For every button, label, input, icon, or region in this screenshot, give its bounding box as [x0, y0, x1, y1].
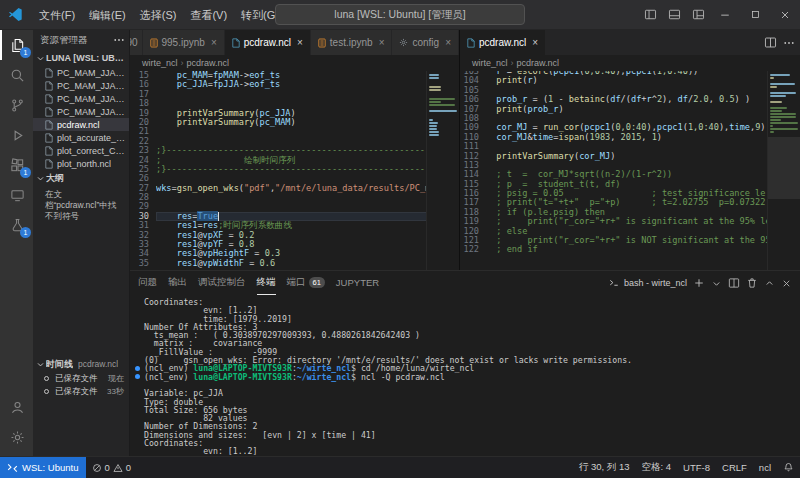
- split-terminal-icon[interactable]: [728, 277, 740, 289]
- command-decoration-icon[interactable]: [135, 366, 140, 371]
- breadcrumb-item[interactable]: pcdraw.ncl: [517, 58, 560, 68]
- error-count: 0: [105, 462, 110, 473]
- file-name: plot_correct_Chinama...: [57, 146, 129, 156]
- editor-tab[interactable]: config×: [392, 30, 459, 55]
- sidebar-spacer: [33, 225, 129, 356]
- close-icon[interactable]: ×: [211, 38, 217, 48]
- close-icon[interactable]: ×: [379, 38, 385, 48]
- code-line: print(r): [486, 76, 800, 85]
- maximize-button[interactable]: [740, 0, 770, 30]
- more-actions-icon[interactable]: [113, 34, 125, 46]
- timeline-item[interactable]: 已保存文件33秒: [33, 385, 129, 398]
- notebook-icon: [318, 38, 326, 48]
- menu-item[interactable]: 查看(V): [183, 0, 234, 30]
- code-editor-left[interactable]: 1516171819202122232425262728293031323334…: [130, 71, 459, 270]
- panel-tab[interactable]: 调试控制台: [198, 271, 246, 295]
- editor-tab[interactable]: pcdraw.ncl×: [460, 30, 546, 55]
- settings-icon: [10, 430, 25, 445]
- customize-layout-icon[interactable]: [686, 0, 710, 30]
- source-control-activity-item[interactable]: [0, 90, 33, 120]
- run-debug-activity-item[interactable]: [0, 120, 33, 150]
- notifications-bell[interactable]: [777, 462, 800, 473]
- file-row[interactable]: PC_MAM_JJA_scatter...: [33, 66, 129, 79]
- editor-tab[interactable]: 995.ipynb×: [143, 30, 225, 55]
- menu-item[interactable]: 选择(S): [133, 0, 184, 30]
- chevron-down-icon: [35, 174, 46, 183]
- file-row[interactable]: PC_MAM_JJA_scatter...: [33, 105, 129, 118]
- editor-tab[interactable]: 90: [130, 30, 143, 55]
- close-button[interactable]: [770, 0, 800, 30]
- split-editor-icon[interactable]: [764, 36, 777, 49]
- activity-bar-bottom: [0, 392, 33, 452]
- status-bar: WSL: Ubuntu 0 0 行 30, 列 13空格: 4UTF-8CRLF…: [0, 456, 800, 478]
- maximize-panel-icon[interactable]: [764, 278, 775, 289]
- close-icon[interactable]: ×: [445, 38, 451, 48]
- file-row[interactable]: plot_accurate_Beijing...: [33, 131, 129, 144]
- breadcrumb-item[interactable]: pcdraw.ncl: [187, 58, 230, 68]
- close-panel-icon[interactable]: [781, 278, 792, 289]
- extensions-activity-item[interactable]: 1: [0, 150, 33, 180]
- minimap-left[interactable]: [426, 71, 459, 270]
- breadcrumb-separator-icon: ›: [181, 58, 184, 68]
- terminal-dropdown-icon[interactable]: [711, 278, 722, 289]
- panel-tab[interactable]: 输出: [168, 271, 187, 295]
- test-activity-item[interactable]: 1: [0, 210, 33, 240]
- chevron-down-icon: [35, 54, 46, 63]
- code-editor-right[interactable]: 1031041051061071081091101111121131141151…: [460, 71, 800, 270]
- status-item[interactable]: UTF-8: [677, 461, 716, 474]
- panel-tab[interactable]: 终端: [257, 271, 276, 295]
- file-row[interactable]: PC_MAM_JJA_scatter...: [33, 92, 129, 105]
- menu-item[interactable]: 编辑(E): [82, 0, 133, 30]
- search-activity-item[interactable]: [0, 60, 33, 90]
- remote-explorer-activity-item[interactable]: [0, 180, 33, 210]
- panel-tab[interactable]: 问题: [138, 271, 157, 295]
- remote-indicator[interactable]: WSL: Ubuntu: [0, 457, 86, 478]
- problems-status[interactable]: 0 0: [86, 462, 138, 473]
- file-row[interactable]: PC_MAM_JJA_scatter...: [33, 79, 129, 92]
- more-actions-icon[interactable]: [783, 37, 795, 49]
- breadcrumb-item[interactable]: wirte_ncl: [472, 58, 508, 68]
- toggle-panel-icon[interactable]: [662, 0, 686, 30]
- editor-tab[interactable]: test.ipynb×: [311, 30, 393, 55]
- editor-group-left: 90995.ipynb×pcdraw.ncl×test.ipynb×config…: [130, 30, 460, 270]
- editor-tab[interactable]: pcdraw.ncl×: [225, 30, 311, 55]
- panel-tab-badge: 61: [309, 277, 325, 288]
- terminal-instance[interactable]: bash - wirte_ncl: [608, 277, 687, 289]
- status-item[interactable]: ncl: [753, 461, 777, 474]
- file-row[interactable]: pcdraw.ncl: [33, 118, 129, 131]
- breadcrumb-right: wirte_ncl›pcdraw.ncl: [460, 55, 800, 71]
- status-item[interactable]: 行 30, 列 13: [573, 461, 636, 474]
- file-row[interactable]: plot_north.ncl: [33, 157, 129, 170]
- timeline-section-header[interactable]: 时间线 pcdraw.ncl: [33, 356, 129, 372]
- explorer-activity-item[interactable]: 1: [0, 30, 33, 60]
- new-terminal-icon[interactable]: [693, 277, 705, 289]
- tab-label: config: [412, 37, 439, 48]
- terminal-output[interactable]: Coordinates: evn: [1..2] time: [1979..20…: [130, 295, 800, 456]
- remote-explorer-icon: [10, 188, 25, 203]
- status-item[interactable]: CRLF: [716, 461, 753, 474]
- file-row[interactable]: plot_correct_Chinama...: [33, 144, 129, 157]
- command-decoration-icon[interactable]: [135, 374, 140, 379]
- code-line: printVarSummary(pc_MAM): [156, 118, 459, 127]
- breadcrumb-item[interactable]: wirte_ncl: [142, 58, 178, 68]
- toggle-sidebar-icon[interactable]: [638, 0, 662, 30]
- minimap-slider[interactable]: [768, 137, 800, 199]
- command-center[interactable]: luna [WSL: Ubuntu] [管理员]: [275, 4, 525, 25]
- panel-tab[interactable]: JUPYTER: [336, 271, 379, 295]
- outline-section-header[interactable]: 大纲: [33, 170, 129, 186]
- chevron-down-icon: [35, 360, 46, 369]
- account-activity-item[interactable]: [0, 392, 33, 422]
- settings-activity-item[interactable]: [0, 422, 33, 452]
- minimap-right[interactable]: [767, 71, 800, 270]
- outline-empty-message: 在文档“pcdraw.ncl”中找不到符号: [33, 186, 129, 225]
- close-icon[interactable]: ×: [532, 38, 538, 48]
- timeline-item[interactable]: 已保存文件现在: [33, 372, 129, 385]
- menu-item[interactable]: 文件(F): [32, 0, 82, 30]
- minimize-button[interactable]: [710, 0, 740, 30]
- panel-tab[interactable]: 端口61: [287, 271, 325, 295]
- file-icon: [45, 107, 54, 117]
- status-item[interactable]: 空格: 4: [636, 461, 678, 474]
- close-icon[interactable]: ×: [297, 38, 303, 48]
- folder-section-header[interactable]: LUNA [WSL: UBUNTU]: [33, 50, 129, 66]
- kill-terminal-icon[interactable]: [746, 277, 758, 289]
